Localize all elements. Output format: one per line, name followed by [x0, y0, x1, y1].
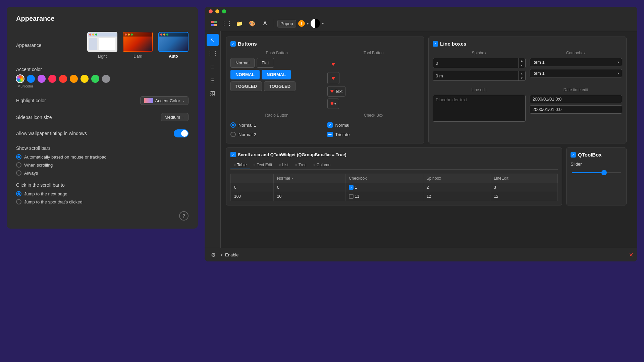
accent-red[interactable] [59, 75, 67, 83]
td-checkbox-1[interactable]: 11 [345, 192, 423, 201]
contrast-dropdown-icon[interactable]: ▾ [322, 22, 324, 25]
sidebar-square-icon[interactable]: □ [207, 61, 219, 73]
qtoolbox-checkbox[interactable]: ✓ [571, 152, 576, 158]
spinbox-down-1[interactable]: ▼ [519, 63, 525, 68]
cb-tristate[interactable]: — Tristate [327, 130, 420, 139]
flat-button[interactable]: Flat [257, 58, 274, 68]
sidebar-pointer-icon[interactable]: ↖ [207, 34, 219, 46]
td-normal-1[interactable]: 10 [273, 192, 345, 201]
scroll-auto-option[interactable]: Automatically based on mouse or trackpad [16, 154, 189, 160]
scroll-checkbox[interactable]: ✓ [230, 152, 236, 157]
help-icon[interactable]: ? [179, 211, 189, 221]
tab-table[interactable]: × Table [230, 161, 250, 169]
folder-icon[interactable]: 📁 [234, 18, 245, 29]
heart-dropdown-btn[interactable]: ♥ ▾ [327, 99, 339, 109]
close-button[interactable] [209, 9, 213, 13]
scroll-scrolling-option[interactable]: When scrolling [16, 162, 189, 168]
grid-icon[interactable]: ⋮⋮ [221, 18, 232, 29]
accent-blue[interactable] [27, 75, 35, 83]
tab-close-icon-text[interactable]: × [254, 163, 256, 167]
tool-button-column: Tool Button ♥ ♥ ♥ [327, 51, 420, 109]
jump-spot-radio[interactable] [16, 199, 21, 204]
svg-rect-1 [214, 21, 217, 23]
theme-auto[interactable]: Auto [158, 32, 189, 59]
spinbox-2[interactable]: 0 m ▲ ▼ [433, 71, 526, 81]
tab-close-icon-column[interactable]: × [313, 163, 315, 167]
tab-close-icon-tree[interactable]: × [295, 163, 297, 167]
td-lineedit-0[interactable]: 3 [490, 183, 558, 192]
accent-graphite[interactable] [102, 75, 110, 83]
warning-icon[interactable]: ! [298, 20, 305, 27]
wallpaper-tinting-toggle[interactable] [174, 129, 189, 137]
sidebar-dots-icon[interactable]: ⋮⋮ [207, 47, 219, 59]
highlight-swatch[interactable]: Accent Color ⌄ [140, 96, 189, 105]
heart-text-btn[interactable]: ♥ Text [327, 86, 346, 97]
sidebar-icon-size-dropdown[interactable]: Medium ⌄ [161, 113, 189, 121]
theme-dark[interactable]: Dark [123, 32, 153, 59]
combobox-2[interactable]: Item 1 ▾ [530, 69, 623, 77]
heart-btn-1[interactable]: ♥ [327, 58, 339, 70]
scroll-always-option[interactable]: Always [16, 170, 189, 176]
theme-light[interactable]: Light [87, 32, 117, 59]
slider-thumb[interactable] [601, 170, 607, 175]
jump-spot-option[interactable]: Jump to the spot that's clicked [16, 199, 189, 204]
contrast-icon[interactable] [311, 19, 320, 28]
td-spinbox-0[interactable]: 2 [423, 183, 490, 192]
spinbox-up-1[interactable]: ▲ [519, 58, 525, 63]
minimize-button[interactable] [215, 9, 219, 13]
td-cb-box[interactable]: ✓ [349, 185, 354, 190]
accent-purple[interactable] [38, 75, 46, 83]
tab-tree[interactable]: × Tree [292, 161, 310, 169]
sidebar-widget-icon[interactable]: ⊟ [207, 74, 219, 86]
buttons-checkbox[interactable]: ✓ [230, 41, 236, 47]
spinbox-up-2[interactable]: ▲ [519, 71, 525, 76]
td-cb-box-2[interactable] [349, 194, 354, 199]
td-checkbox-0[interactable]: ✓ 1 [345, 183, 423, 192]
normal-button[interactable]: Normal [230, 58, 255, 68]
combobox-1[interactable]: Item 1 ▾ [530, 58, 623, 66]
palette-icon[interactable]: 🎨 [247, 18, 258, 29]
app-icon[interactable] [209, 18, 219, 29]
close-icon[interactable]: ✕ [629, 252, 633, 258]
accent-pink[interactable] [48, 75, 56, 83]
sidebar-image-icon[interactable]: 🖼 [207, 87, 219, 100]
radio-normal1[interactable]: Normal 1 [230, 120, 323, 130]
tab-list[interactable]: × List [275, 161, 292, 169]
normal-btn-1[interactable]: NORMAL [230, 70, 260, 79]
cb-normal[interactable]: ✓ Normal [327, 120, 420, 130]
toggled-btn-2[interactable]: TOGGLED [264, 81, 296, 91]
jump-next-radio[interactable] [16, 191, 21, 196]
accent-orange[interactable] [70, 75, 78, 83]
linebox-checkbox[interactable]: ✓ [433, 41, 438, 47]
jump-next-option[interactable]: Jump to the next page [16, 191, 189, 196]
toggled-btn-1[interactable]: TOGGLED [230, 81, 262, 91]
toggle-knob [181, 130, 188, 137]
tab-close-icon-table[interactable]: × [234, 163, 236, 167]
tab-close-icon-list[interactable]: × [279, 163, 281, 167]
maximize-button[interactable] [222, 9, 226, 13]
datetime-1[interactable]: 2000/01/01 0:0 [530, 95, 623, 103]
tab-text-edit[interactable]: × Text Edit [250, 161, 276, 169]
radio-inner-fill-1 [232, 124, 234, 126]
radio-normal2[interactable]: Normal 2 [230, 130, 323, 139]
dropdown-arrow-icon[interactable]: ▾ [307, 22, 309, 25]
scroll-always-radio[interactable] [16, 170, 21, 176]
scroll-scrolling-radio[interactable] [16, 162, 21, 168]
normal-dropdown[interactable]: Normal ▾ [277, 176, 342, 181]
td-normal-0[interactable]: 0 [273, 183, 345, 192]
spinbox-1[interactable]: 0 ▲ ▼ [433, 58, 526, 68]
accent-yellow[interactable] [80, 75, 89, 83]
accent-green[interactable] [91, 75, 99, 83]
line-edit-box[interactable]: Placeholder text [433, 95, 526, 122]
gear-icon[interactable]: ⚙ [209, 250, 218, 259]
bottom-chevron-icon[interactable]: ▾ [221, 253, 222, 257]
accent-multicolor[interactable] [16, 75, 24, 83]
spinbox-down-2[interactable]: ▼ [519, 76, 525, 80]
heart-btn-2[interactable]: ♥ [327, 72, 339, 84]
text-format-icon[interactable]: A [260, 18, 270, 29]
normal-btn-2[interactable]: NORMAL [262, 70, 291, 79]
tab-column[interactable]: × Column [310, 161, 334, 169]
popup-button[interactable]: Popup [277, 20, 296, 27]
datetime-2[interactable]: 2000/01/01 0:0 [530, 105, 623, 114]
scroll-auto-radio[interactable] [16, 154, 21, 160]
